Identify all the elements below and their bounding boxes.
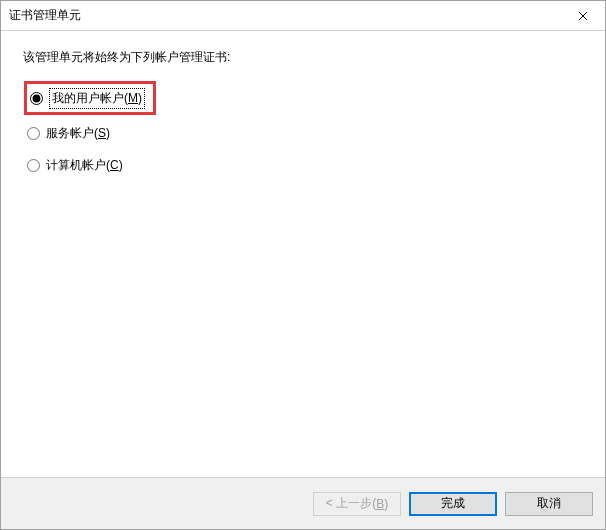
radio-my-user-account[interactable] bbox=[30, 92, 43, 105]
certificates-snapin-dialog: 证书管理单元 该管理单元将始终为下列帐户管理证书: 我的用户帐户(M) 服务帐户… bbox=[0, 0, 606, 530]
radio-service-account[interactable] bbox=[27, 127, 40, 140]
label-text: ) bbox=[106, 126, 110, 140]
back-button[interactable]: < 上一步(B) bbox=[313, 492, 401, 516]
label-mnemonic: S bbox=[98, 126, 106, 140]
radio-computer-account-label[interactable]: 计算机帐户(C) bbox=[46, 157, 123, 174]
label-mnemonic: B bbox=[376, 497, 384, 511]
titlebar: 证书管理单元 bbox=[1, 1, 605, 31]
label-text: 计算机帐户( bbox=[46, 158, 110, 172]
label-text: < 上一步( bbox=[326, 495, 376, 512]
label-mnemonic: M bbox=[128, 91, 138, 105]
close-button[interactable] bbox=[560, 1, 605, 30]
label-mnemonic: C bbox=[110, 158, 119, 172]
button-bar: < 上一步(B) 完成 取消 bbox=[1, 477, 605, 529]
label-text: 我的用户帐户( bbox=[52, 91, 128, 105]
account-radio-group: 我的用户帐户(M) 服务帐户(S) 计算机帐户(C) bbox=[23, 84, 583, 176]
label-text: ) bbox=[119, 158, 123, 172]
highlight-box: 我的用户帐户(M) bbox=[24, 81, 156, 115]
cancel-button[interactable]: 取消 bbox=[505, 492, 593, 516]
label-text: ) bbox=[138, 91, 142, 105]
dialog-title: 证书管理单元 bbox=[1, 7, 81, 24]
label-text: ) bbox=[384, 497, 388, 511]
finish-button[interactable]: 完成 bbox=[409, 492, 497, 516]
radio-service-account-label[interactable]: 服务帐户(S) bbox=[46, 125, 110, 142]
instruction-text: 该管理单元将始终为下列帐户管理证书: bbox=[23, 49, 583, 66]
radio-computer-account[interactable] bbox=[27, 159, 40, 172]
radio-my-user-account-label[interactable]: 我的用户帐户(M) bbox=[49, 88, 145, 109]
close-icon bbox=[578, 11, 588, 21]
content-area: 该管理单元将始终为下列帐户管理证书: 我的用户帐户(M) 服务帐户(S) 计算机… bbox=[1, 31, 605, 477]
label-text: 服务帐户( bbox=[46, 126, 98, 140]
